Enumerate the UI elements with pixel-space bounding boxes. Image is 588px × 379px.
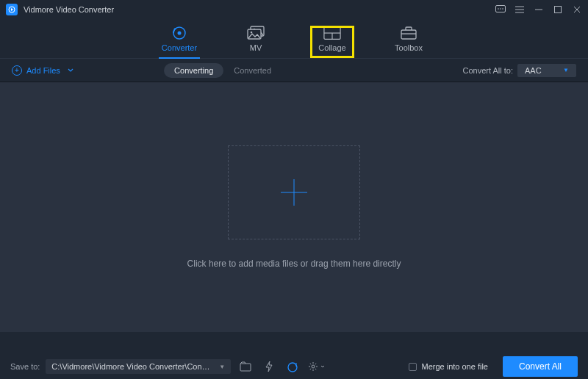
svg-rect-10 <box>555 7 562 13</box>
svg-point-29 <box>312 365 315 368</box>
checkbox-icon <box>409 363 417 371</box>
format-value: AAC <box>525 66 542 75</box>
spacer <box>0 332 588 354</box>
convert-all-to-label: Convert All to: <box>462 66 512 75</box>
tab-label: Converter <box>162 43 197 52</box>
close-icon[interactable] <box>572 4 582 15</box>
add-files-label: Add Files <box>26 66 60 75</box>
svg-point-15 <box>178 32 182 35</box>
converter-icon <box>171 26 188 40</box>
menu-icon[interactable] <box>514 4 525 15</box>
tab-toolbox[interactable]: Toolbox <box>387 26 431 58</box>
segment-converted[interactable]: Converted <box>223 63 282 78</box>
sub-toolbar: + Add Files Converting Converted Convert… <box>0 59 588 82</box>
svg-point-19 <box>251 32 253 34</box>
merge-checkbox[interactable]: Merge into one file <box>409 362 488 371</box>
tab-collage[interactable]: Collage <box>310 26 354 58</box>
high-speed-button[interactable] <box>284 358 301 375</box>
gpu-accel-button[interactable] <box>260 358 278 375</box>
mv-icon <box>247 26 265 40</box>
drop-hint: Click here to add media files or drag th… <box>187 259 401 269</box>
svg-marker-26 <box>266 361 272 372</box>
tab-mv[interactable]: MV <box>234 26 278 58</box>
svg-marker-1 <box>11 8 13 11</box>
tab-label: Toolbox <box>395 43 423 52</box>
tab-converter[interactable]: Converter <box>157 26 201 58</box>
toolbox-icon <box>400 26 417 40</box>
feedback-icon[interactable] <box>495 4 506 15</box>
chevron-down-icon: ▼ <box>219 364 225 370</box>
status-segmented: Converting Converted <box>164 63 282 78</box>
title-bar: Vidmore Video Converter <box>0 0 588 19</box>
svg-rect-23 <box>401 30 416 39</box>
app-logo <box>6 4 18 15</box>
svg-point-5 <box>502 8 503 10</box>
svg-rect-18 <box>248 29 261 39</box>
output-format-dropdown[interactable]: AAC ▼ <box>517 64 576 77</box>
plus-icon <box>281 179 307 206</box>
chevron-down-icon: ▼ <box>563 67 569 73</box>
svg-point-27 <box>288 363 297 372</box>
save-to-label: Save to: <box>10 362 40 371</box>
tab-label: MV <box>250 43 262 52</box>
convert-all-button[interactable]: Convert All <box>503 356 578 377</box>
footer-bar: Save to: C:\Vidmore\Vidmore Video Conver… <box>0 354 588 379</box>
add-files-button[interactable]: + Add Files <box>12 65 74 76</box>
collage-icon <box>323 26 341 40</box>
app-title: Vidmore Video Converter <box>24 5 114 14</box>
segment-converting[interactable]: Converting <box>164 63 223 78</box>
maximize-icon[interactable] <box>553 4 563 15</box>
tab-label: Collage <box>318 43 345 52</box>
svg-rect-25 <box>240 364 251 371</box>
convert-all-to: Convert All to: AAC ▼ <box>462 64 576 77</box>
save-path-value: C:\Vidmore\Vidmore Video Converter\Conve… <box>51 362 213 371</box>
chevron-down-icon <box>68 68 74 73</box>
minimize-icon[interactable] <box>534 4 544 15</box>
save-path-dropdown[interactable]: C:\Vidmore\Vidmore Video Converter\Conve… <box>46 359 231 374</box>
svg-point-4 <box>500 8 501 10</box>
drop-zone[interactable] <box>228 145 360 239</box>
main-tabs: Converter MV Collage Toolbox <box>0 19 588 59</box>
merge-label: Merge into one file <box>421 362 488 371</box>
main-area: Click here to add media files or drag th… <box>0 82 588 332</box>
open-folder-button[interactable] <box>237 358 254 375</box>
window-controls <box>495 4 582 15</box>
svg-point-3 <box>498 8 499 10</box>
settings-button[interactable] <box>307 358 325 375</box>
plus-circle-icon: + <box>12 65 22 76</box>
